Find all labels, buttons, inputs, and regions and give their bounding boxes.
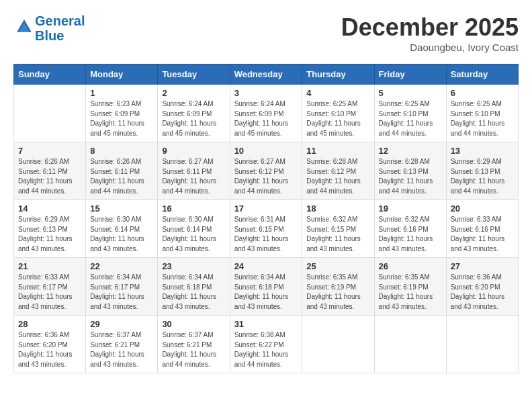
calendar-cell: 12Sunrise: 6:28 AM Sunset: 6:13 PM Dayli… <box>374 142 446 200</box>
calendar-cell <box>14 85 86 142</box>
day-info: Sunrise: 6:30 AM Sunset: 6:14 PM Dayligh… <box>162 215 225 254</box>
day-number: 8 <box>90 146 153 156</box>
day-number: 17 <box>234 203 298 214</box>
calendar-cell: 10Sunrise: 6:27 AM Sunset: 6:12 PM Dayli… <box>230 142 302 200</box>
day-info: Sunrise: 6:37 AM Sunset: 6:21 PM Dayligh… <box>162 330 225 369</box>
day-info: Sunrise: 6:29 AM Sunset: 6:13 PM Dayligh… <box>451 157 514 196</box>
calendar-cell: 3Sunrise: 6:24 AM Sunset: 6:09 PM Daylig… <box>230 85 302 142</box>
day-info: Sunrise: 6:37 AM Sunset: 6:21 PM Dayligh… <box>90 330 153 369</box>
calendar-cell: 29Sunrise: 6:37 AM Sunset: 6:21 PM Dayli… <box>86 316 158 373</box>
day-number: 1 <box>90 88 153 98</box>
calendar-cell: 1Sunrise: 6:23 AM Sunset: 6:09 PM Daylig… <box>86 85 158 142</box>
weekday-header: Saturday <box>446 64 518 85</box>
day-number: 26 <box>379 261 442 271</box>
day-number: 19 <box>379 203 442 214</box>
calendar-cell: 9Sunrise: 6:27 AM Sunset: 6:11 PM Daylig… <box>158 142 230 200</box>
day-number: 21 <box>18 261 81 271</box>
day-info: Sunrise: 6:24 AM Sunset: 6:09 PM Dayligh… <box>162 99 225 138</box>
calendar-cell: 18Sunrise: 6:32 AM Sunset: 6:15 PM Dayli… <box>302 200 374 258</box>
calendar-cell: 27Sunrise: 6:36 AM Sunset: 6:20 PM Dayli… <box>446 258 518 316</box>
page-header: General Blue December 2025 Daoungbeu, Iv… <box>13 13 519 53</box>
day-number: 28 <box>18 319 81 329</box>
calendar-cell: 24Sunrise: 6:34 AM Sunset: 6:18 PM Dayli… <box>230 258 302 316</box>
day-info: Sunrise: 6:26 AM Sunset: 6:11 PM Dayligh… <box>18 157 81 196</box>
day-info: Sunrise: 6:28 AM Sunset: 6:13 PM Dayligh… <box>379 157 442 196</box>
day-number: 11 <box>306 146 369 156</box>
calendar-cell: 20Sunrise: 6:33 AM Sunset: 6:16 PM Dayli… <box>446 200 518 258</box>
day-number: 15 <box>90 203 153 214</box>
day-info: Sunrise: 6:34 AM Sunset: 6:18 PM Dayligh… <box>234 273 298 312</box>
weekday-header: Monday <box>86 64 158 85</box>
title-block: December 2025 Daoungbeu, Ivory Coast <box>341 13 519 53</box>
day-info: Sunrise: 6:32 AM Sunset: 6:16 PM Dayligh… <box>379 215 442 254</box>
calendar-table: SundayMondayTuesdayWednesdayThursdayFrid… <box>13 64 519 373</box>
calendar-cell: 11Sunrise: 6:28 AM Sunset: 6:12 PM Dayli… <box>302 142 374 200</box>
calendar-cell: 14Sunrise: 6:29 AM Sunset: 6:13 PM Dayli… <box>14 200 86 258</box>
calendar-body: 1Sunrise: 6:23 AM Sunset: 6:09 PM Daylig… <box>14 85 519 373</box>
calendar-week-row: 21Sunrise: 6:33 AM Sunset: 6:17 PM Dayli… <box>14 258 519 316</box>
day-number: 9 <box>162 146 225 156</box>
calendar-week-row: 1Sunrise: 6:23 AM Sunset: 6:09 PM Daylig… <box>14 85 519 142</box>
calendar-week-row: 7Sunrise: 6:26 AM Sunset: 6:11 PM Daylig… <box>14 142 519 200</box>
day-info: Sunrise: 6:27 AM Sunset: 6:12 PM Dayligh… <box>234 157 298 196</box>
day-number: 13 <box>451 146 514 156</box>
day-number: 29 <box>90 319 153 329</box>
calendar-cell: 7Sunrise: 6:26 AM Sunset: 6:11 PM Daylig… <box>14 142 86 200</box>
day-number: 31 <box>234 319 298 329</box>
day-info: Sunrise: 6:33 AM Sunset: 6:17 PM Dayligh… <box>18 273 81 312</box>
day-number: 22 <box>90 261 153 271</box>
calendar-week-row: 28Sunrise: 6:36 AM Sunset: 6:20 PM Dayli… <box>14 316 519 373</box>
logo-line2: Blue <box>35 28 85 43</box>
day-number: 16 <box>162 203 225 214</box>
day-info: Sunrise: 6:38 AM Sunset: 6:22 PM Dayligh… <box>234 330 298 369</box>
day-number: 4 <box>306 88 369 98</box>
calendar-cell: 4Sunrise: 6:25 AM Sunset: 6:10 PM Daylig… <box>302 85 374 142</box>
day-number: 6 <box>451 88 514 98</box>
calendar-cell: 21Sunrise: 6:33 AM Sunset: 6:17 PM Dayli… <box>14 258 86 316</box>
day-info: Sunrise: 6:32 AM Sunset: 6:15 PM Dayligh… <box>306 215 369 254</box>
day-info: Sunrise: 6:28 AM Sunset: 6:12 PM Dayligh… <box>306 157 369 196</box>
calendar-cell <box>374 316 446 373</box>
calendar-cell: 30Sunrise: 6:37 AM Sunset: 6:21 PM Dayli… <box>158 316 230 373</box>
calendar-cell: 5Sunrise: 6:25 AM Sunset: 6:10 PM Daylig… <box>374 85 446 142</box>
calendar-cell: 28Sunrise: 6:36 AM Sunset: 6:20 PM Dayli… <box>14 316 86 373</box>
calendar-header: SundayMondayTuesdayWednesdayThursdayFrid… <box>14 64 519 85</box>
day-number: 10 <box>234 146 298 156</box>
day-number: 18 <box>306 203 369 214</box>
calendar-cell: 19Sunrise: 6:32 AM Sunset: 6:16 PM Dayli… <box>374 200 446 258</box>
day-info: Sunrise: 6:36 AM Sunset: 6:20 PM Dayligh… <box>451 273 514 312</box>
calendar-cell: 6Sunrise: 6:25 AM Sunset: 6:10 PM Daylig… <box>446 85 518 142</box>
weekday-row: SundayMondayTuesdayWednesdayThursdayFrid… <box>14 64 519 85</box>
logo-icon <box>15 17 34 36</box>
day-info: Sunrise: 6:33 AM Sunset: 6:16 PM Dayligh… <box>451 215 514 254</box>
calendar-cell: 25Sunrise: 6:35 AM Sunset: 6:19 PM Dayli… <box>302 258 374 316</box>
calendar-cell <box>446 316 518 373</box>
weekday-header: Thursday <box>302 64 374 85</box>
weekday-header: Friday <box>374 64 446 85</box>
day-info: Sunrise: 6:34 AM Sunset: 6:17 PM Dayligh… <box>90 273 153 312</box>
calendar-cell: 23Sunrise: 6:34 AM Sunset: 6:18 PM Dayli… <box>158 258 230 316</box>
day-info: Sunrise: 6:27 AM Sunset: 6:11 PM Dayligh… <box>162 157 225 196</box>
calendar-cell: 31Sunrise: 6:38 AM Sunset: 6:22 PM Dayli… <box>230 316 302 373</box>
day-info: Sunrise: 6:25 AM Sunset: 6:10 PM Dayligh… <box>451 99 514 138</box>
calendar-cell: 8Sunrise: 6:26 AM Sunset: 6:11 PM Daylig… <box>86 142 158 200</box>
day-info: Sunrise: 6:35 AM Sunset: 6:19 PM Dayligh… <box>379 273 442 312</box>
day-info: Sunrise: 6:25 AM Sunset: 6:10 PM Dayligh… <box>306 99 369 138</box>
day-info: Sunrise: 6:30 AM Sunset: 6:14 PM Dayligh… <box>90 215 153 254</box>
day-info: Sunrise: 6:34 AM Sunset: 6:18 PM Dayligh… <box>162 273 225 312</box>
weekday-header: Sunday <box>14 64 86 85</box>
calendar-cell: 26Sunrise: 6:35 AM Sunset: 6:19 PM Dayli… <box>374 258 446 316</box>
day-number: 5 <box>379 88 442 98</box>
day-info: Sunrise: 6:35 AM Sunset: 6:19 PM Dayligh… <box>306 273 369 312</box>
day-number: 25 <box>306 261 369 271</box>
day-number: 24 <box>234 261 298 271</box>
logo: General Blue <box>13 13 85 43</box>
weekday-header: Wednesday <box>230 64 302 85</box>
day-info: Sunrise: 6:29 AM Sunset: 6:13 PM Dayligh… <box>18 215 81 254</box>
calendar-cell: 22Sunrise: 6:34 AM Sunset: 6:17 PM Dayli… <box>86 258 158 316</box>
day-number: 14 <box>18 203 81 214</box>
calendar-week-row: 14Sunrise: 6:29 AM Sunset: 6:13 PM Dayli… <box>14 200 519 258</box>
day-number: 20 <box>451 203 514 214</box>
day-info: Sunrise: 6:23 AM Sunset: 6:09 PM Dayligh… <box>90 99 153 138</box>
day-info: Sunrise: 6:36 AM Sunset: 6:20 PM Dayligh… <box>18 330 81 369</box>
